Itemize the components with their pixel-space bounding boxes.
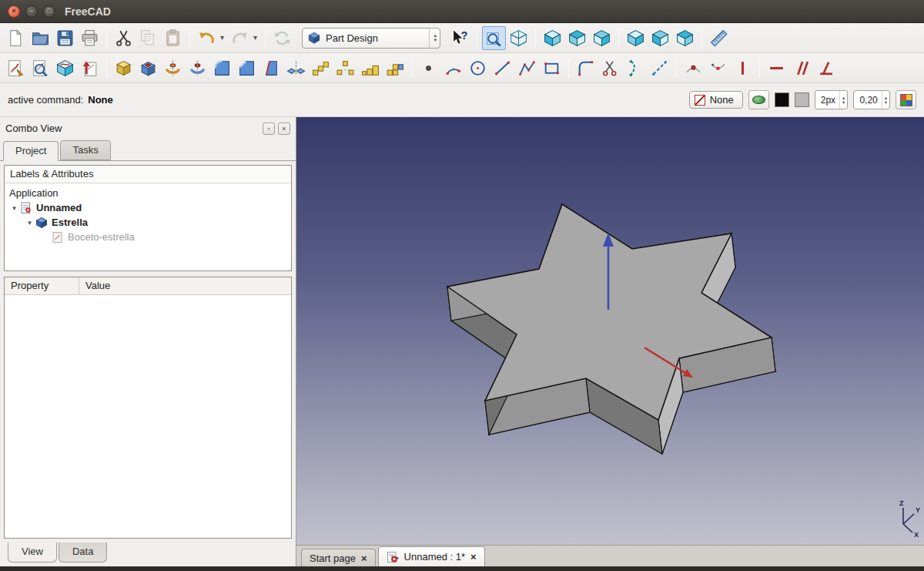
fit-all-button[interactable] (482, 26, 506, 50)
create-rectangle-button[interactable] (540, 56, 564, 80)
multitransform-icon (385, 59, 404, 78)
window-minimize-button[interactable]: − (25, 5, 38, 18)
save-document-button[interactable] (53, 26, 77, 50)
cut-button[interactable] (112, 26, 136, 50)
nav-axis-y-label: Y (916, 506, 920, 514)
workbench-spinner[interactable]: ▴▾ (429, 29, 437, 48)
tree-item-body[interactable]: ▾ Estrella (5, 215, 291, 230)
trim-edge-button[interactable] (598, 56, 622, 80)
workbench-selector[interactable]: Part Design▴▾ (302, 28, 440, 49)
constraint-perpendicular-button[interactable] (814, 56, 838, 80)
column-header-value[interactable]: Value (79, 277, 116, 294)
revolution-button[interactable] (161, 56, 185, 80)
axonometric-view-button[interactable] (507, 26, 531, 50)
multitransform-button[interactable] (383, 56, 407, 80)
create-polyline-button[interactable] (515, 56, 539, 80)
point-size-spinbox[interactable]: 0,20 ▴ ▾ (853, 90, 890, 109)
construction-mode-button[interactable] (648, 56, 671, 80)
line-color-swatch[interactable] (775, 92, 789, 107)
tab-close-icon[interactable]: × (361, 553, 367, 563)
tab-project[interactable]: Project (3, 141, 59, 161)
chamfer-button[interactable] (235, 56, 259, 80)
expander-icon[interactable]: ▾ (9, 204, 19, 212)
window-maximize-button[interactable]: □ (43, 5, 55, 18)
map-sketch-to-face-icon (55, 59, 75, 78)
spinner-arrows[interactable]: ▴ ▾ (839, 91, 847, 109)
draw-style-button[interactable]: None (689, 91, 743, 109)
measure-distance-button[interactable] (707, 26, 731, 50)
leave-sketch-button[interactable] (78, 56, 102, 80)
constraint-vertical-button[interactable] (731, 56, 755, 80)
fillet-button[interactable] (210, 56, 234, 80)
new-sketch-button[interactable] (4, 56, 28, 80)
expander-icon[interactable]: ▾ (25, 219, 35, 227)
viewport-tab-start-page[interactable]: Start page× (301, 549, 376, 566)
spin-down-icon[interactable]: ▾ (842, 100, 845, 105)
tree-item-document[interactable]: ▾ Unnamed (5, 200, 291, 215)
tab-view[interactable]: View (8, 542, 57, 563)
line-width-value: 2px (821, 95, 835, 106)
paste-button[interactable] (161, 26, 185, 50)
print-document-button[interactable] (78, 26, 102, 50)
draft-button[interactable] (259, 56, 283, 80)
appearance-button[interactable] (896, 90, 916, 109)
tree-item-sketch[interactable]: Boceto-estrella (5, 230, 291, 244)
draw-style-value: None (710, 94, 734, 106)
copy-button[interactable] (136, 26, 160, 50)
edit-sketch-button[interactable] (28, 56, 52, 80)
front-view-button[interactable] (541, 26, 564, 50)
groove-button[interactable] (186, 56, 209, 80)
face-color-swatch[interactable] (795, 92, 809, 107)
mirrored-button[interactable] (284, 56, 308, 80)
transparency-button[interactable] (748, 90, 769, 109)
window-close-button[interactable]: × (8, 5, 20, 18)
bottom-view-button[interactable] (648, 26, 672, 50)
panel-float-button[interactable]: ▫ (263, 123, 275, 135)
undo-dropdown-button[interactable]: ▾ (217, 26, 227, 50)
panel-close-button[interactable]: × (278, 123, 290, 135)
pocket-button[interactable] (136, 56, 160, 80)
spinner-arrows[interactable]: ▴ ▾ (882, 91, 889, 109)
constraint-point-on-object-button[interactable] (706, 56, 730, 80)
open-document-icon (31, 29, 50, 48)
scaled-button[interactable] (358, 56, 382, 80)
property-table-body[interactable] (5, 295, 291, 538)
tab-data[interactable]: Data (59, 542, 107, 563)
map-sketch-to-face-button[interactable] (53, 56, 77, 80)
left-view-button[interactable] (673, 26, 697, 50)
undo-button[interactable] (195, 26, 219, 50)
external-geometry-button[interactable] (623, 56, 647, 80)
refresh-button[interactable] (270, 26, 294, 50)
pad-button[interactable] (112, 56, 136, 80)
line-width-spinbox[interactable]: 2px ▴ ▾ (815, 90, 849, 109)
right-view-button[interactable] (590, 26, 614, 50)
column-header-property[interactable]: Property (5, 277, 79, 294)
spin-down-icon[interactable]: ▾ (434, 38, 437, 42)
3d-scene[interactable]: ZYX (296, 117, 924, 545)
linear-pattern-button[interactable] (309, 56, 333, 80)
spin-down-icon[interactable]: ▾ (885, 100, 887, 105)
redo-button[interactable] (228, 26, 252, 50)
open-document-button[interactable] (28, 26, 52, 50)
create-circle-button[interactable] (466, 56, 490, 80)
constraint-coincident-button[interactable] (681, 56, 705, 80)
viewport-tab-document[interactable]: Unnamed : 1*× (378, 546, 485, 566)
tree-header: Labels & Attributes (5, 166, 291, 183)
create-line-button[interactable] (490, 56, 514, 80)
tree-item-application[interactable]: Application (5, 186, 291, 200)
polar-pattern-button[interactable] (333, 56, 357, 80)
sketch-fillet-button[interactable] (574, 56, 598, 80)
create-arc-button[interactable] (441, 56, 465, 80)
create-point-button[interactable] (417, 56, 440, 80)
tab-close-icon[interactable]: × (470, 552, 477, 562)
top-view-button[interactable] (565, 26, 589, 50)
draw-style-icon (695, 95, 705, 106)
whats-this-button[interactable] (448, 26, 472, 50)
nav-axis-z-label: Z (899, 499, 904, 507)
rear-view-button[interactable] (624, 26, 648, 50)
constraint-horizontal-button[interactable] (765, 56, 788, 80)
new-document-button[interactable] (4, 26, 28, 50)
tab-tasks[interactable]: Tasks (60, 140, 110, 160)
toolbar-file-view: ▾▾Part Design▴▾ (0, 23, 924, 53)
constraint-parallel-button[interactable] (789, 56, 813, 80)
